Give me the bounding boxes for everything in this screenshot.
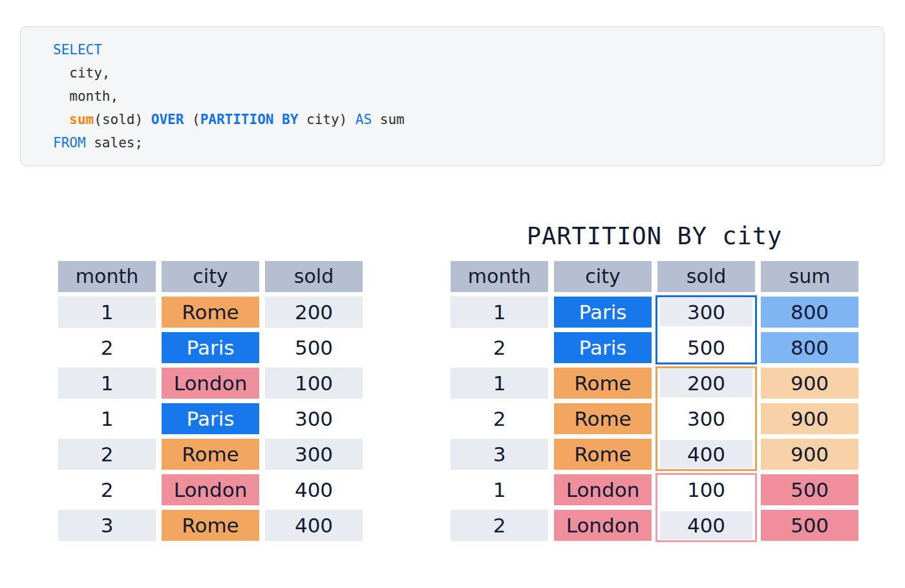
month-cell: 2 (451, 403, 548, 434)
month-cell: 2 (58, 439, 156, 470)
sum-cell: 500 (761, 474, 858, 505)
code-token: SELECT (53, 42, 102, 58)
sum-cell: 900 (761, 368, 858, 399)
month-cell: 3 (58, 510, 156, 541)
month-cell: 3 (451, 439, 548, 470)
city-cell: Paris (162, 332, 259, 363)
code-line: FROM sales; (53, 131, 871, 154)
sold-cell: 400 (657, 439, 755, 470)
page: SELECT city, month, sum(sold) OVER (PART… (0, 0, 905, 588)
column-header-sum: sum (761, 261, 858, 292)
sold-cell: 300 (657, 403, 755, 434)
code-token: OVER (151, 112, 184, 127)
sold-cell-value: 500 (660, 333, 752, 362)
sold-cell: 400 (657, 510, 755, 541)
source-table: monthcitysold1Rome2002Paris5001London100… (58, 261, 363, 541)
code-token: sales; (86, 135, 144, 151)
code-line: city, (53, 61, 871, 85)
column-header-city: city (554, 261, 652, 292)
month-cell: 2 (58, 332, 156, 363)
month-cell: 2 (451, 510, 548, 541)
sold-cell-value: 100 (660, 476, 752, 504)
column-header-sold: sold (265, 261, 363, 292)
sold-cell: 400 (265, 510, 363, 541)
city-cell: Rome (554, 368, 652, 399)
month-cell: 1 (58, 297, 156, 328)
month-cell: 1 (58, 403, 156, 434)
sum-cell: 900 (761, 439, 858, 470)
column-header-sold: sold (657, 261, 755, 292)
code-token: sum (69, 112, 94, 127)
city-cell: Rome (162, 439, 259, 470)
sold-cell-value: 400 (660, 511, 752, 540)
city-cell: Rome (554, 403, 652, 434)
city-cell: Rome (554, 439, 652, 470)
city-cell: Rome (162, 510, 259, 541)
sold-cell-value: 200 (660, 369, 752, 397)
sold-cell: 500 (265, 332, 363, 363)
city-cell: London (554, 474, 652, 505)
code-token: AS (356, 112, 372, 127)
sum-cell: 500 (761, 510, 858, 541)
column-header-month: month (58, 261, 156, 292)
code-line: SELECT (53, 38, 871, 61)
code-token: city, (53, 65, 111, 81)
sold-cell: 100 (265, 368, 363, 399)
sold-cell: 200 (265, 297, 363, 328)
sold-cell: 200 (657, 368, 755, 399)
code-line: month, (53, 85, 871, 108)
city-cell: London (162, 474, 259, 505)
code-token: FROM (53, 135, 86, 151)
city-cell: Paris (162, 403, 259, 434)
month-cell: 1 (451, 368, 548, 399)
month-cell: 1 (451, 474, 548, 505)
month-cell: 2 (451, 332, 548, 363)
sold-cell-value: 300 (660, 298, 752, 326)
code-token: month, (53, 89, 118, 104)
month-cell: 1 (58, 368, 156, 399)
column-header-month: month (451, 261, 548, 292)
sold-cell: 400 (265, 474, 363, 505)
sum-cell: 800 (761, 297, 858, 328)
city-cell: London (162, 368, 259, 399)
sold-cell: 300 (265, 403, 363, 434)
month-cell: 1 (451, 297, 548, 328)
city-cell: Paris (554, 332, 652, 363)
code-line: sum(sold) OVER (PARTITION BY city) AS su… (53, 108, 871, 131)
sold-cell-value: 300 (660, 404, 752, 433)
sold-cell: 100 (657, 474, 755, 505)
city-cell: Rome (162, 297, 259, 328)
code-token: city) (298, 112, 356, 127)
month-cell: 2 (58, 474, 156, 505)
city-cell: Paris (554, 297, 652, 328)
partition-by-title: PARTITION BY city (451, 222, 858, 251)
code-token: (sold) (94, 112, 151, 127)
sum-cell: 900 (761, 403, 858, 434)
sql-code-block: SELECT city, month, sum(sold) OVER (PART… (20, 26, 884, 166)
code-token: sum (372, 112, 405, 127)
city-cell: London (554, 510, 652, 541)
code-token: PARTITION BY (200, 112, 299, 127)
sold-cell: 300 (265, 439, 363, 470)
result-table: monthcitysoldsum1Paris3008002Paris500800… (451, 261, 858, 541)
column-header-city: city (162, 261, 259, 292)
sold-cell: 500 (657, 332, 755, 363)
sold-cell-value: 400 (660, 440, 752, 468)
code-token (53, 112, 69, 127)
code-token: ( (184, 112, 200, 127)
sum-cell: 800 (761, 332, 858, 363)
sold-cell: 300 (657, 297, 755, 328)
